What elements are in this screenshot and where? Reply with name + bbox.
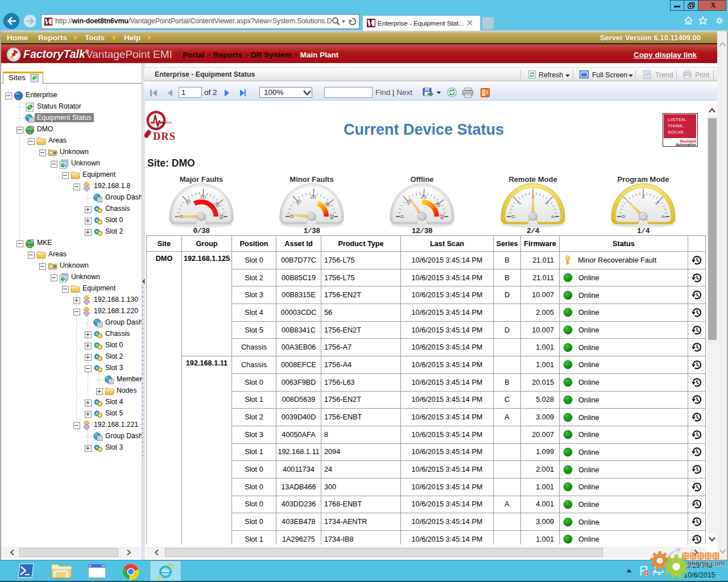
- svg-text:4: 4: [660, 215, 666, 218]
- svg-text:2: 2: [642, 194, 644, 199]
- svg-text:gkong.com: gkong.com: [687, 559, 725, 567]
- svg-text:0: 0: [621, 215, 626, 218]
- svg-text:38: 38: [329, 214, 334, 219]
- svg-text:0: 0: [510, 215, 516, 218]
- svg-text:20: 20: [420, 194, 427, 200]
- svg-text:20: 20: [200, 194, 206, 200]
- svg-text:38: 38: [439, 214, 445, 219]
- svg-text:38: 38: [218, 214, 224, 219]
- svg-text:0: 0: [399, 215, 405, 218]
- svg-text:20: 20: [310, 194, 316, 200]
- svg-text:4: 4: [550, 215, 556, 218]
